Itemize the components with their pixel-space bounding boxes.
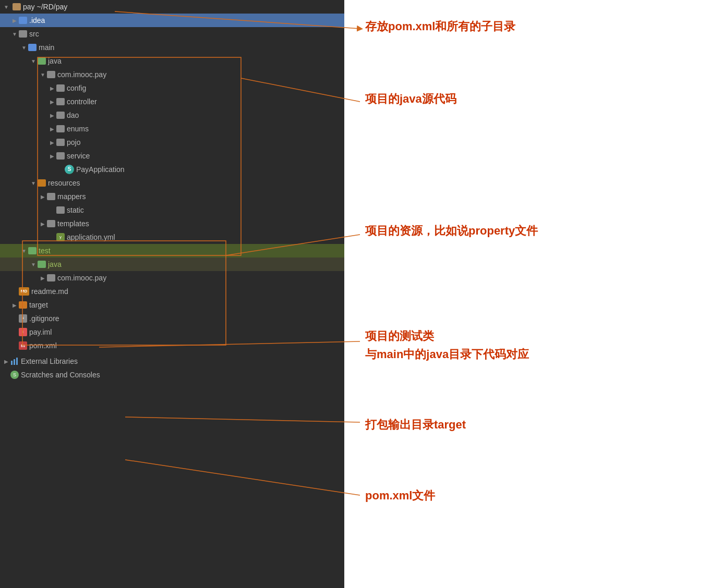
resources-folder-icon <box>38 179 46 187</box>
tree-item-templates[interactable]: ▶ templates <box>0 217 344 230</box>
ext-chart-icon <box>10 358 19 365</box>
tree-item-scratches[interactable]: S Scratches and Consoles <box>0 368 344 382</box>
mappers-arrow: ▶ <box>39 194 47 200</box>
annotation-6: pom.xml文件 <box>365 488 435 504</box>
gitignore-label: .gitignore <box>29 314 59 323</box>
tree-item-main[interactable]: ▼ main <box>0 41 344 54</box>
resources-arrow: ▼ <box>29 180 38 186</box>
com-arrow: ▼ <box>39 72 47 78</box>
pojo-label: pojo <box>67 138 80 146</box>
com-label: com.imooc.pay <box>57 70 106 79</box>
tree-item-static[interactable]: static <box>0 203 344 217</box>
tree-item-pom[interactable]: m pom.xml <box>0 339 344 352</box>
service-folder-icon <box>56 152 65 160</box>
tree-item-controller[interactable]: ▶ controller <box>0 95 344 108</box>
gitignore-icon: ≡ <box>19 314 27 323</box>
tree-item-test-java[interactable]: ▼ java <box>0 258 344 271</box>
target-folder-icon <box>19 301 27 309</box>
src-arrow: ▼ <box>10 31 19 37</box>
tree-item-gitignore[interactable]: ≡ .gitignore <box>0 312 344 325</box>
tree-root[interactable]: ▼ pay ~/RD/pay <box>0 0 344 14</box>
test-label: test <box>39 247 51 255</box>
tree-item-appyml[interactable]: y application.yml <box>0 230 344 244</box>
controller-folder-icon <box>56 98 65 105</box>
test-java-label: java <box>48 260 62 268</box>
readme-label: readme.md <box>31 287 68 296</box>
com-folder-icon <box>47 71 55 78</box>
java-folder-icon <box>38 57 46 65</box>
iml-icon: i <box>19 328 27 336</box>
config-label: config <box>67 84 86 92</box>
pom-icon: m <box>19 341 27 350</box>
tree-item-ext-libs[interactable]: ▶ External Libraries <box>0 354 344 368</box>
tree-item-service[interactable]: ▶ service <box>0 149 344 163</box>
static-label: static <box>67 206 84 214</box>
payapp-icon: S <box>65 165 74 174</box>
resources-label: resources <box>48 179 80 187</box>
templates-label: templates <box>57 219 89 228</box>
service-arrow: ▶ <box>48 153 56 159</box>
tree-item-mappers[interactable]: ▶ mappers <box>0 190 344 203</box>
main-arrow: ▼ <box>20 45 28 51</box>
enums-arrow: ▶ <box>48 126 56 132</box>
annotation-4b: 与main中的java目录下代码对应 <box>365 347 529 362</box>
test-com-folder-icon <box>47 274 55 281</box>
annotation-5: 打包输出目录target <box>365 417 466 433</box>
pojo-folder-icon <box>56 139 65 146</box>
pojo-arrow: ▶ <box>48 140 56 145</box>
tree-item-readme[interactable]: MD readme.md <box>0 285 344 298</box>
tree-item-config[interactable]: ▶ config <box>0 81 344 95</box>
idea-folder-icon <box>19 17 27 24</box>
tree-item-idea[interactable]: ▶ .idea <box>0 14 344 27</box>
mappers-label: mappers <box>57 192 86 201</box>
test-folder-icon <box>28 247 37 254</box>
target-arrow: ▶ <box>10 302 19 308</box>
idea-arrow: ▶ <box>10 18 19 23</box>
test-java-folder-icon <box>38 261 46 268</box>
tree-item-enums[interactable]: ▶ enums <box>0 122 344 136</box>
scratches-label: Scratches and Consoles <box>21 371 100 379</box>
annotation-4a: 项目的测试类 <box>365 328 434 344</box>
test-arrow: ▼ <box>20 248 28 254</box>
controller-arrow: ▶ <box>48 99 56 105</box>
annotation-1: 存放pom.xml和所有的子目录 <box>365 19 515 34</box>
tree-item-iml[interactable]: i pay.iml <box>0 325 344 339</box>
tree-item-test[interactable]: ▼ test <box>0 244 344 258</box>
root-folder-icon <box>13 3 21 10</box>
test-com-label: com.imooc.pay <box>57 274 106 282</box>
ext-arrow: ▶ <box>2 359 10 364</box>
tree-item-payapp[interactable]: S PayApplication <box>0 163 344 176</box>
tree-item-test-com[interactable]: ▶ com.imooc.pay <box>0 271 344 285</box>
static-folder-icon <box>56 206 65 214</box>
enums-label: enums <box>67 125 89 133</box>
tree-item-com[interactable]: ▼ com.imooc.pay <box>0 68 344 81</box>
tree-item-dao[interactable]: ▶ dao <box>0 108 344 122</box>
pom-label: pom.xml <box>29 341 57 350</box>
templates-arrow: ▶ <box>39 221 47 227</box>
tree-item-resources[interactable]: ▼ resources <box>0 176 344 190</box>
svg-rect-2 <box>16 358 18 365</box>
root-label: pay ~/RD/pay <box>23 3 67 11</box>
config-folder-icon <box>56 84 65 92</box>
tree-item-target[interactable]: ▶ target <box>0 298 344 312</box>
annotation-2: 项目的java源代码 <box>365 91 456 107</box>
service-label: service <box>67 152 90 160</box>
java-label: java <box>48 57 62 65</box>
tree-item-pojo[interactable]: ▶ pojo <box>0 136 344 149</box>
scratches-icon: S <box>10 371 19 379</box>
test-java-arrow: ▼ <box>29 262 38 267</box>
appyml-icon: y <box>56 233 65 241</box>
tree-item-src[interactable]: ▼ src <box>0 27 344 41</box>
main-label: main <box>39 43 54 52</box>
ext-label: External Libraries <box>21 357 78 365</box>
annotation-3: 项目的资源，比如说property文件 <box>365 223 538 239</box>
main-folder-icon <box>28 44 37 51</box>
java-arrow: ▼ <box>29 58 38 64</box>
src-label: src <box>29 30 39 38</box>
root-arrow: ▼ <box>2 4 10 10</box>
appyml-label: application.yml <box>67 233 115 241</box>
tree-item-java[interactable]: ▼ java <box>0 54 344 68</box>
idea-label: .idea <box>29 16 45 24</box>
dao-folder-icon <box>56 112 65 119</box>
test-com-arrow: ▶ <box>39 275 47 281</box>
